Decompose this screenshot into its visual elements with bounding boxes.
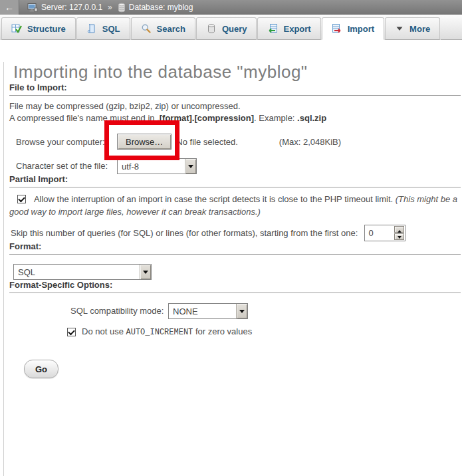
no-file-selected-text: No file selected. xyxy=(176,137,238,147)
format-selected-value: SQL xyxy=(14,265,140,279)
interrupt-checkbox[interactable] xyxy=(17,195,26,203)
sql-compatibility-row: SQL compatibility mode: NONE xyxy=(70,302,461,319)
content: Importing into the database "myblog" Fil… xyxy=(3,62,462,476)
compression-note-line2: A compressed file's name must end in . xyxy=(9,113,160,123)
auto-increment-checkbox[interactable] xyxy=(67,328,76,336)
section-heading-file-to-import: File to Import: xyxy=(9,82,461,96)
compression-note: File may be compressed (gzip, bzip2, zip… xyxy=(9,100,461,124)
go-button-area: Go xyxy=(24,360,461,378)
structure-icon xyxy=(11,23,22,34)
browse-label: Browse your computer: xyxy=(16,137,117,147)
go-button[interactable]: Go xyxy=(24,360,58,378)
skip-row: Skip this number of queries (for SQL) or… xyxy=(11,224,461,241)
tab-label: Structure xyxy=(27,24,66,34)
tab-sql[interactable]: SQL xyxy=(76,17,130,40)
chevron-down-icon xyxy=(395,24,404,33)
format-select[interactable]: SQL xyxy=(13,264,152,280)
skip-queries-input[interactable]: 0 xyxy=(364,225,405,241)
charset-select[interactable]: utf-8 xyxy=(117,158,197,174)
tab-structure[interactable]: Structure xyxy=(1,17,76,40)
breadcrumb-server-link[interactable]: Server: 127.0.0.1 xyxy=(41,3,102,12)
breadcrumb-separator: » xyxy=(108,3,112,12)
dropdown-arrow-icon xyxy=(140,265,151,279)
charset-row: Character set of the file: utf-8 xyxy=(16,158,461,174)
compression-note-example: .sql.zip xyxy=(297,113,326,123)
breadcrumb-database-link[interactable]: Database: myblog xyxy=(129,3,193,12)
skip-label: Skip this number of queries (for SQL) or… xyxy=(11,228,358,238)
tab-bar: Structure SQL Search Query Export xyxy=(0,15,462,40)
sql-compatibility-select[interactable]: NONE xyxy=(168,303,248,319)
compression-note-line1: File may be compressed (gzip, bzip2, zip… xyxy=(9,101,241,111)
max-size-text: (Max: 2,048KiB) xyxy=(279,137,341,147)
tab-query[interactable]: Query xyxy=(196,17,257,40)
section-heading-format: Format: xyxy=(9,241,461,255)
compression-note-format: [format].[compression] xyxy=(160,113,254,123)
spinner xyxy=(394,225,405,241)
database-icon xyxy=(118,3,126,13)
breadcrumb-bar: ← Server: 127.0.0.1 » Database: myblog xyxy=(0,0,462,15)
back-button[interactable]: ← xyxy=(0,0,19,15)
export-icon xyxy=(267,23,278,34)
tab-label: Search xyxy=(157,24,185,34)
tab-bar-filler xyxy=(441,17,462,40)
interrupt-option: Allow the interruption of an import in c… xyxy=(9,193,461,218)
tab-export[interactable]: Export xyxy=(257,17,320,40)
charset-selected-value: utf-8 xyxy=(118,159,185,174)
section-heading-partial-import: Partial Import: xyxy=(9,174,461,187)
tab-label: Export xyxy=(283,24,310,34)
sql-compatibility-label: SQL compatibility mode: xyxy=(70,306,168,316)
sql-icon xyxy=(86,23,97,34)
charset-label: Character set of the file: xyxy=(16,161,117,171)
spinner-down-button[interactable] xyxy=(394,233,404,240)
server-icon xyxy=(27,2,38,13)
tab-more[interactable]: More xyxy=(385,17,440,40)
tab-label: Import xyxy=(348,24,374,34)
page-title: Importing into the database "myblog" xyxy=(13,62,461,82)
tab-search[interactable]: Search xyxy=(131,17,195,40)
import-icon xyxy=(332,23,342,34)
sql-compatibility-value: NONE xyxy=(169,304,236,318)
auto-increment-option: Do not use AUTO_INCREMENT for zero value… xyxy=(67,325,461,338)
query-icon xyxy=(206,23,217,34)
dropdown-arrow-icon xyxy=(236,304,247,318)
spinner-up-button[interactable] xyxy=(394,226,404,233)
auto-increment-label: Do not use AUTO_INCREMENT for zero value… xyxy=(82,326,252,337)
interrupt-text: Allow the interruption of an import in c… xyxy=(34,194,396,204)
tab-label: SQL xyxy=(102,24,120,34)
skip-queries-value: 0 xyxy=(365,225,394,241)
browse-row: Browse your computer: Browse… No file se… xyxy=(16,133,461,150)
dropdown-arrow-icon xyxy=(185,159,196,174)
tab-import[interactable]: Import xyxy=(322,17,384,40)
breadcrumb: Server: 127.0.0.1 » Database: myblog xyxy=(27,2,193,13)
tab-label: More xyxy=(409,24,430,34)
tab-label: Query xyxy=(222,24,247,34)
search-icon xyxy=(141,23,152,34)
compression-note-mid: . Example: xyxy=(254,113,297,123)
browse-button[interactable]: Browse… xyxy=(117,134,172,150)
section-heading-format-specific: Format-Specific Options: xyxy=(9,280,461,293)
format-row: SQL xyxy=(13,263,461,280)
auto-increment-code: AUTO_INCREMENT xyxy=(126,328,193,337)
